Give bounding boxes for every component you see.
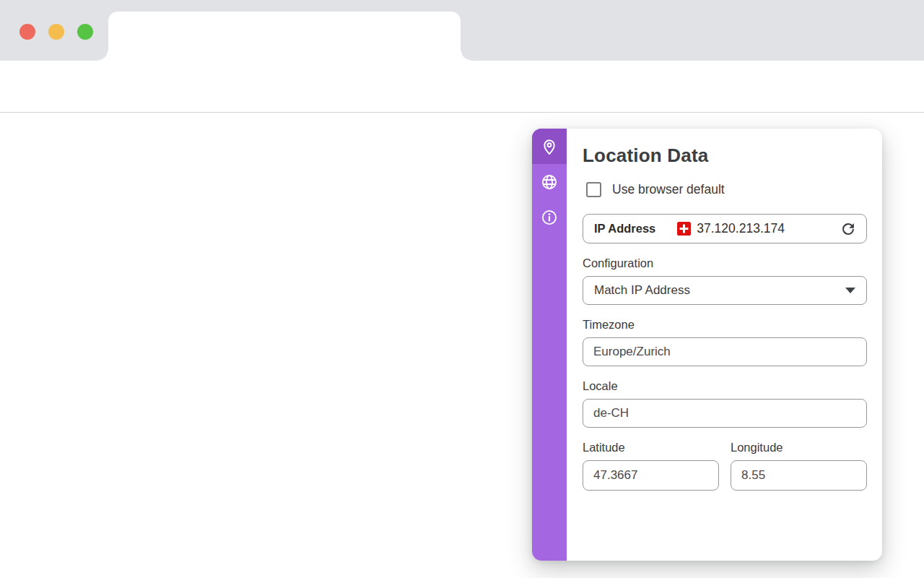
- browser-tab[interactable]: [108, 12, 461, 61]
- configuration-select[interactable]: Match IP Address: [583, 276, 867, 305]
- window-controls: [19, 24, 93, 40]
- browser-toolbar: [0, 61, 924, 113]
- swiss-flag-icon: [677, 222, 691, 236]
- window-close-button[interactable]: [19, 24, 35, 40]
- location-pin-icon: [540, 137, 559, 156]
- timezone-label: Timezone: [583, 318, 867, 332]
- use-browser-default-label: Use browser default: [612, 182, 725, 197]
- locale-label: Locale: [583, 379, 867, 393]
- popup-title: Location Data: [583, 144, 867, 167]
- locale-input[interactable]: [583, 399, 867, 428]
- refresh-ip-button[interactable]: [840, 220, 857, 238]
- popup-body: Location Data Use browser default IP Add…: [567, 129, 882, 561]
- info-icon: [540, 208, 559, 227]
- use-browser-default-checkbox[interactable]: [586, 182, 601, 197]
- browser-title-bar: [0, 0, 924, 61]
- use-browser-default-row: Use browser default: [583, 182, 867, 197]
- refresh-icon: [840, 220, 857, 238]
- configuration-selected-value: Match IP Address: [594, 283, 690, 298]
- longitude-column: Longitude: [731, 428, 867, 491]
- ip-address-label: IP Address: [594, 222, 655, 236]
- longitude-label: Longitude: [731, 441, 867, 454]
- latitude-label: Latitude: [583, 441, 719, 454]
- ip-address-box: IP Address 37.120.213.174: [583, 214, 867, 243]
- configuration-label: Configuration: [583, 256, 867, 270]
- sidebar-item-info[interactable]: [532, 199, 567, 235]
- latitude-input[interactable]: [583, 460, 719, 491]
- window-maximize-button[interactable]: [77, 24, 93, 40]
- latitude-column: Latitude: [583, 428, 719, 491]
- longitude-input[interactable]: [731, 460, 867, 491]
- popup-sidebar: [532, 129, 567, 561]
- coordinates-row: Latitude Longitude: [583, 428, 867, 491]
- ip-address-value: 37.120.213.174: [697, 221, 785, 236]
- sidebar-item-location[interactable]: [532, 129, 567, 164]
- tab-flare-left: [98, 51, 108, 61]
- location-data-popup: Location Data Use browser default IP Add…: [532, 129, 882, 561]
- globe-icon: [540, 173, 559, 191]
- timezone-input[interactable]: [583, 337, 867, 366]
- window-minimize-button[interactable]: [48, 24, 64, 40]
- chevron-down-icon: [845, 288, 855, 293]
- tab-flare-right: [461, 51, 471, 61]
- sidebar-item-network[interactable]: [532, 164, 567, 199]
